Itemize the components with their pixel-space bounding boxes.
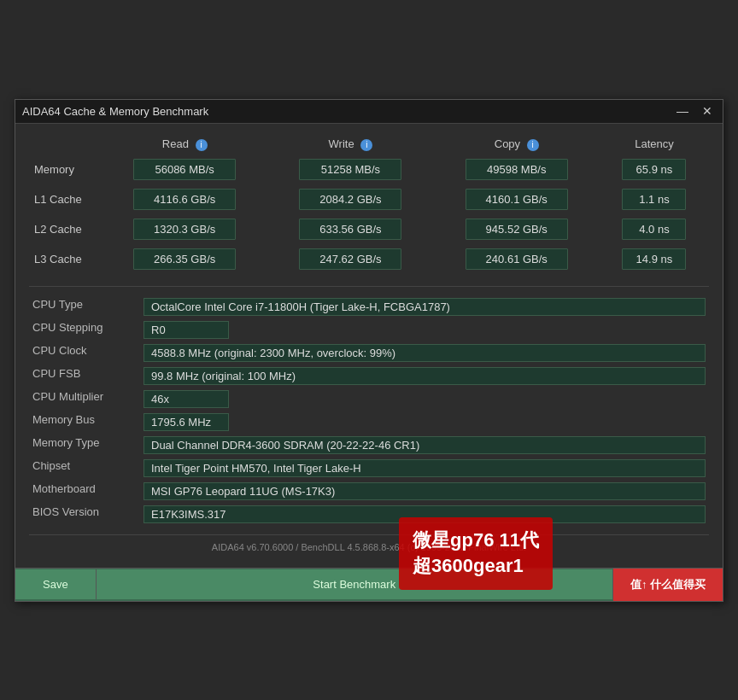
info-row: Chipset Intel Tiger Point HM570, Intel T…: [29, 457, 709, 480]
bench-label-0: Memory: [29, 155, 102, 184]
bench-copy-3: 240.61 GB/s: [434, 244, 600, 274]
bench-row: Memory 56086 MB/s 51258 MB/s 49598 MB/s …: [29, 155, 709, 184]
col-header-write: Write i: [267, 134, 433, 155]
info-value-5: 1795.6 MHz: [140, 411, 709, 434]
bench-latency-1: 1.1 ns: [600, 184, 709, 214]
info-value-8: MSI GP76 Leopard 11UG (MS-17K3): [140, 480, 709, 503]
info-label-8: Motherboard: [29, 480, 140, 503]
col-header-read: Read i: [102, 134, 267, 155]
info-label-7: Chipset: [29, 457, 140, 480]
write-info-icon[interactable]: i: [360, 139, 372, 151]
bench-read-0: 56086 MB/s: [102, 155, 267, 184]
info-row: CPU Multiplier 46x: [29, 388, 709, 411]
info-label-2: CPU Clock: [29, 341, 140, 365]
info-row: BIOS Version E17K3IMS.317: [29, 503, 709, 526]
minimize-button[interactable]: —: [673, 105, 692, 117]
info-label-4: CPU Multiplier: [29, 388, 140, 411]
bottom-bar: Save Start Benchmark 值↑ 什么值得买: [15, 568, 723, 601]
bench-write-0: 51258 MB/s: [267, 155, 433, 184]
main-window: AIDA64 Cache & Memory Benchmark — ✕ Read…: [15, 99, 723, 602]
bench-latency-2: 4.0 ns: [600, 214, 709, 244]
info-label-0: CPU Type: [29, 295, 140, 318]
info-value-1: R0: [140, 318, 709, 341]
close-button[interactable]: ✕: [699, 105, 716, 117]
bench-latency-3: 14.9 ns: [600, 244, 709, 274]
bench-latency-0: 65.9 ns: [600, 155, 709, 184]
info-value-3: 99.8 MHz (original: 100 MHz): [140, 365, 709, 388]
info-row: Memory Type Dual Channel DDR4-3600 SDRAM…: [29, 434, 709, 457]
info-label-3: CPU FSB: [29, 365, 140, 388]
window-controls: — ✕: [673, 105, 716, 117]
bench-copy-0: 49598 MB/s: [434, 155, 600, 184]
info-value-0: OctalCore Intel Core i7-11800H (Tiger La…: [140, 295, 709, 318]
title-bar: AIDA64 Cache & Memory Benchmark — ✕: [15, 100, 723, 124]
col-header-latency: Latency: [600, 134, 709, 155]
info-row: CPU Clock 4588.8 MHz (original: 2300 MHz…: [29, 341, 709, 365]
bench-label-1: L1 Cache: [29, 184, 102, 214]
info-value-4: 46x: [140, 388, 709, 411]
bench-read-1: 4116.6 GB/s: [102, 184, 267, 214]
info-value-6: Dual Channel DDR4-3600 SDRAM (20-22-22-4…: [140, 434, 709, 457]
bench-write-2: 633.56 GB/s: [267, 214, 433, 244]
info-row: Motherboard MSI GP76 Leopard 11UG (MS-17…: [29, 480, 709, 503]
bench-label-3: L3 Cache: [29, 244, 102, 274]
bench-write-1: 2084.2 GB/s: [267, 184, 433, 214]
info-label-9: BIOS Version: [29, 503, 140, 526]
bench-read-3: 266.35 GB/s: [102, 244, 267, 274]
info-row: CPU Type OctalCore Intel Core i7-11800H …: [29, 295, 709, 318]
info-label-1: CPU Stepping: [29, 318, 140, 341]
window-title: AIDA64 Cache & Memory Benchmark: [22, 105, 208, 118]
save-button[interactable]: Save: [15, 569, 97, 599]
benchmark-table: Read i Write i Copy i Latency: [29, 134, 709, 274]
start-benchmark-button[interactable]: Start Benchmark: [97, 569, 613, 599]
info-label-5: Memory Bus: [29, 411, 140, 434]
bench-row: L3 Cache 266.35 GB/s 247.62 GB/s 240.61 …: [29, 244, 709, 274]
info-table: CPU Type OctalCore Intel Core i7-11800H …: [29, 295, 709, 526]
brand-label: 值↑ 什么值得买: [613, 569, 723, 601]
info-value-7: Intel Tiger Point HM570, Intel Tiger Lak…: [140, 457, 709, 480]
content-area: Read i Write i Copy i Latency: [15, 124, 723, 568]
bench-read-2: 1320.3 GB/s: [102, 214, 267, 244]
bench-label-2: L2 Cache: [29, 214, 102, 244]
info-label-6: Memory Type: [29, 434, 140, 457]
info-section: CPU Type OctalCore Intel Core i7-11800H …: [29, 286, 709, 526]
bench-row: L1 Cache 4116.6 GB/s 2084.2 GB/s 4160.1 …: [29, 184, 709, 214]
read-info-icon[interactable]: i: [196, 139, 208, 151]
info-value-9: E17K3IMS.317: [140, 503, 709, 526]
info-row: CPU FSB 99.8 MHz (original: 100 MHz): [29, 365, 709, 388]
bench-write-3: 247.62 GB/s: [267, 244, 433, 274]
col-header-copy: Copy i: [434, 134, 600, 155]
copy-info-icon[interactable]: i: [527, 139, 539, 151]
info-value-2: 4588.8 MHz (original: 2300 MHz, overcloc…: [140, 341, 709, 365]
info-row: CPU Stepping R0: [29, 318, 709, 341]
bench-copy-1: 4160.1 GB/s: [434, 184, 600, 214]
footer-text: AIDA64 v6.70.6000 / BenchDLL 4.5.868.8-x…: [29, 534, 709, 557]
info-row: Memory Bus 1795.6 MHz: [29, 411, 709, 434]
bench-row: L2 Cache 1320.3 GB/s 633.56 GB/s 945.52 …: [29, 214, 709, 244]
bench-copy-2: 945.52 GB/s: [434, 214, 600, 244]
